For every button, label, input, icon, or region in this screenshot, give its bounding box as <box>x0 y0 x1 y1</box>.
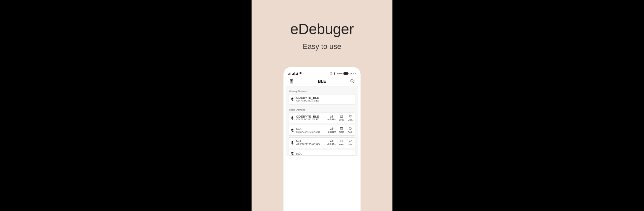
svg-rect-21 <box>332 140 333 143</box>
device-info: CDEBYTE_BLE C5:77:9C:80:7E:E5 <box>296 96 319 102</box>
svg-marker-3 <box>292 72 294 75</box>
device-mac: C5:77:9C:80:7E:E5 <box>296 118 319 121</box>
svg-point-7 <box>351 79 353 82</box>
signal-strength: -69dBm <box>327 140 336 146</box>
bluetooth-icon <box>290 97 294 101</box>
battery-icon <box>343 72 348 75</box>
history-section-label: History Devices <box>288 88 356 94</box>
brd-button[interactable]: BRD <box>338 115 345 121</box>
bluetooth-icon <box>290 141 294 145</box>
rssi-value: -92dBm <box>327 130 336 133</box>
promo-subtitle: Easy to use <box>303 42 341 51</box>
device-info: N/A 4A:FD:FF:73:6E:0D <box>296 140 320 146</box>
signal-bars-icon <box>330 115 333 118</box>
heart-icon <box>348 139 352 143</box>
brd-button[interactable]: BRD <box>338 127 345 134</box>
svg-rect-17 <box>340 128 343 130</box>
heart-icon <box>348 127 352 130</box>
svg-marker-4 <box>296 72 298 75</box>
search-filter-icon <box>350 79 355 84</box>
signal-bars-icon <box>330 127 333 130</box>
coll-label: Coll. <box>347 131 353 134</box>
favorite-button[interactable]: Coll. <box>347 127 354 134</box>
svg-rect-14 <box>331 129 331 130</box>
scan-section-label: Scan Devices <box>288 106 356 113</box>
network-icon <box>288 72 291 75</box>
device-mac: 62:CA:14:7E:1A:AB <box>296 131 320 134</box>
battery-pct: 98% <box>337 72 342 75</box>
scan-device-item[interactable]: N/A 62:CA:14:7E:1A:AB -92dBm BRD Col <box>288 125 356 136</box>
svg-rect-11 <box>332 115 333 118</box>
device-info: CDEBYTE_BLE C5:77:9C:80:7E:E5 <box>296 115 319 121</box>
clipboard-icon <box>289 79 294 84</box>
brd-label: BRD <box>339 143 344 146</box>
status-bar: 98% 23:32 <box>286 70 358 76</box>
bluetooth-icon <box>290 129 294 132</box>
app-bar: BLE <box>286 76 358 86</box>
brd-button[interactable]: BRD <box>338 139 345 146</box>
svg-rect-10 <box>332 116 332 118</box>
bluetooth-icon <box>290 152 294 155</box>
signal-strength: -92dBm <box>327 127 336 133</box>
favorite-button[interactable]: Coll. <box>347 139 354 146</box>
brd-label: BRD <box>339 118 344 121</box>
list-button[interactable] <box>288 78 295 85</box>
status-left <box>288 72 302 75</box>
wifi-icon <box>299 72 302 75</box>
board-icon <box>340 127 343 130</box>
promo-panel: eDebuger Easy to use 98% 23:32 <box>252 0 392 211</box>
alarm-icon <box>330 72 332 75</box>
app-bar-title: BLE <box>318 79 326 84</box>
device-mac: 4A:FD:FF:73:6E:0D <box>296 143 320 146</box>
phone-screen: 98% 23:32 BLE History Devices <box>286 70 358 156</box>
svg-rect-9 <box>331 116 331 118</box>
brd-label: BRD <box>339 131 344 134</box>
svg-rect-18 <box>330 141 331 142</box>
heart-icon <box>348 115 352 118</box>
bluetooth-status-icon <box>333 72 336 75</box>
favorite-button[interactable]: Coll. <box>347 115 354 121</box>
svg-rect-12 <box>340 115 343 118</box>
svg-rect-8 <box>330 117 331 118</box>
svg-rect-22 <box>340 140 343 142</box>
board-icon <box>340 139 343 143</box>
device-info: N/A 62:CA:14:7E:1A:AB <box>296 127 320 134</box>
svg-rect-19 <box>331 141 331 143</box>
scan-device-item[interactable]: N/A 4A:FD:FF:73:6E:0D -69dBm BRD Col <box>288 137 356 148</box>
scan-device-item[interactable]: N/A <box>288 150 356 156</box>
board-icon <box>340 115 343 118</box>
coll-label: Coll. <box>347 143 353 146</box>
rssi-value: -69dBm <box>327 143 336 146</box>
content-area: History Devices CDEBYTE_BLE C5:77:9C:80:… <box>286 86 358 156</box>
device-mac: C5:77:9C:80:7E:E5 <box>296 99 319 102</box>
search-filter-button[interactable] <box>349 78 356 85</box>
svg-rect-15 <box>332 128 332 130</box>
svg-rect-2 <box>290 73 290 75</box>
signal-strength: -42dBm <box>327 115 336 121</box>
status-right: 98% 23:32 <box>330 72 356 75</box>
signal-icon-2 <box>296 72 298 75</box>
svg-rect-1 <box>289 73 289 75</box>
signal-icon <box>292 72 294 75</box>
device-info: N/A <box>296 152 302 155</box>
svg-rect-20 <box>332 140 332 142</box>
phone-frame: 98% 23:32 BLE History Devices <box>283 67 361 211</box>
status-time: 23:32 <box>349 72 356 75</box>
bluetooth-icon <box>290 116 294 120</box>
promo-title: eDebuger <box>290 21 354 38</box>
svg-rect-16 <box>332 128 333 130</box>
signal-bars-icon <box>330 140 333 142</box>
svg-rect-13 <box>330 129 331 130</box>
rssi-value: -42dBm <box>327 118 336 121</box>
history-device-item[interactable]: CDEBYTE_BLE C5:77:9C:80:7E:E5 <box>288 94 356 104</box>
scan-device-item[interactable]: CDEBYTE_BLE C5:77:9C:80:7E:E5 -42dBm BRD <box>288 113 356 123</box>
coll-label: Coll. <box>347 118 353 121</box>
svg-rect-0 <box>288 74 289 75</box>
device-name: N/A <box>296 152 302 155</box>
